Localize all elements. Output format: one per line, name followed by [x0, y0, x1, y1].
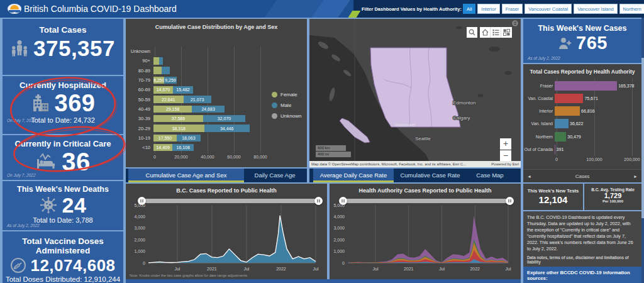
- vaccine-title: Total Vaccine Doses Administered: [3, 236, 123, 255]
- ha-x-tick: 0: [544, 157, 569, 162]
- age-row: <1014,40916,108: [126, 143, 307, 152]
- filter-button-all[interactable]: All: [463, 4, 475, 14]
- ha-bar-chart-plot: 0100,000200,000Fraser165,378Van. Coastal…: [523, 75, 641, 167]
- city-label-calgary: Calgary: [453, 115, 470, 121]
- age-bar-segment: 37,586: [153, 115, 203, 123]
- bar-value-label: 36,622: [570, 121, 583, 126]
- age-category-label: 70-79: [126, 77, 153, 83]
- age-bar-segment: 18,063: [177, 135, 201, 142]
- bar-value-label: 29,158: [166, 107, 179, 111]
- bar-value-label: 24,683: [201, 107, 214, 111]
- age-category-label: 40-49: [126, 106, 153, 112]
- tab-cumulative-case-age-and-sex[interactable]: Cumulative Case Age and Sex: [128, 169, 244, 182]
- vaccine-icon: [10, 257, 26, 274]
- critical-care-panel: Currently in Critical Care 36 On July 7,…: [3, 135, 123, 180]
- age-bar-segment: 34,446: [204, 125, 250, 132]
- ha-bar-chart-title: Total Cases Reported by Health Authority: [523, 69, 641, 75]
- critical-care-date-note: On July 7, 2022: [7, 173, 36, 177]
- tab-daily-case-age[interactable]: Daily Case Age: [244, 169, 306, 182]
- age-category-label: Unknown: [126, 48, 153, 54]
- filter-button-interior[interactable]: Interior: [477, 4, 499, 14]
- ha-category-label: Van. Coastal: [523, 96, 555, 101]
- ha-chart-xlabel: Cases: [531, 174, 633, 179]
- x-tick: Jul: [372, 267, 378, 271]
- y-tick: 1,000: [333, 249, 345, 253]
- scrollbar-thumb[interactable]: [641, 58, 644, 218]
- bc-cases-area-chart: Jul2021Jul2022Jul01,0002,0003,0004,0005,…: [126, 204, 327, 275]
- testing-rate-panel: B.C. Avg. Testing Rate 1,729 Per 100,000: [584, 184, 641, 210]
- powered-by-esri[interactable]: Powered by Esri: [491, 161, 519, 167]
- age-sex-chart-title: Cumulative Case Distribution by Age and …: [126, 24, 307, 30]
- x-tick: 2021: [404, 267, 414, 271]
- age-category-label: 90+: [126, 58, 153, 64]
- legend-item: Female: [272, 89, 301, 100]
- testing-rate-unit: Per 100,000: [584, 199, 641, 203]
- age-sex-chart-panel: Cumulative Case Distribution by Age and …: [126, 19, 307, 167]
- pager-prev-icon[interactable]: ◄: [527, 174, 531, 179]
- y-tick: 0: [143, 261, 145, 265]
- age-bar-segment: [153, 57, 159, 65]
- map-basemap-button[interactable]: [501, 27, 512, 38]
- age-bar-segment: 14,670: [153, 86, 173, 94]
- hospital-bed-icon: [35, 153, 57, 170]
- age-category-label: 30-39: [126, 116, 153, 121]
- tab-cumulative-case-rate[interactable]: Cumulative Case Rate: [394, 169, 467, 182]
- age-row: 20-2938,31834,446: [126, 123, 307, 133]
- slider-track[interactable]: [343, 199, 509, 203]
- age-bar-segment: [162, 67, 169, 74]
- hospitalized-panel: Currently Hospitalized 369 Total to Date…: [3, 76, 123, 134]
- map-panel[interactable]: Edmonton Calgary Seattle Vancouver + − 6…: [309, 19, 521, 167]
- pager-next-icon[interactable]: ►: [633, 174, 638, 179]
- ha-bar: [555, 119, 569, 128]
- age-category-label: 60-69: [126, 87, 153, 92]
- bar-value-label: 38,318: [172, 126, 186, 131]
- ha-row: Van. Island36,622: [523, 118, 641, 130]
- map-search-button[interactable]: [467, 27, 477, 38]
- y-tick: 0: [342, 261, 345, 265]
- filter-button-vancouver-coastal[interactable]: Vancouver Coastal: [525, 4, 572, 14]
- vaccine-distributed: Total Doses Distributed: 12,910,244: [3, 275, 123, 283]
- map-legend-button[interactable]: [491, 27, 501, 38]
- age-bar-segment: 15,482: [173, 86, 194, 94]
- age-bar-segment: 29,158: [153, 106, 192, 113]
- bar-value-label: 16,108: [176, 145, 189, 150]
- filter-button-vancouver-island[interactable]: Vancouver Island: [574, 4, 617, 14]
- x-tick: Jul: [506, 267, 511, 271]
- tab-case-map[interactable]: Case Map: [467, 169, 513, 182]
- y-tick: 4,000: [333, 214, 345, 219]
- map-home-button[interactable]: [480, 27, 491, 38]
- bc-cases-chart-panel: B.C. Cases Reported to Public Health Jul…: [126, 184, 327, 279]
- map-zoom-in-button[interactable]: +: [500, 138, 511, 150]
- slider-track[interactable]: [142, 199, 318, 203]
- ha-row: Northern30,479: [523, 130, 641, 143]
- filter-bar: Filter Dashboard Values by Health Author…: [353, 0, 644, 18]
- bar-value-label: 75,671: [584, 96, 597, 101]
- bar-value-label: 21,073: [191, 97, 204, 102]
- age-x-tick: 80,000: [250, 155, 271, 159]
- new-cases-panel: This Week's New Cases 765 As of July 2, …: [523, 19, 641, 63]
- bar-value-label: 66,816: [581, 109, 594, 113]
- bc-gov-logo: [8, 4, 21, 14]
- legend-swatch: [272, 103, 277, 108]
- ha-row: Van. Coastal75,671: [523, 92, 641, 104]
- filter-button-fraser[interactable]: Fraser: [502, 4, 523, 14]
- scrollbar-track[interactable]: [641, 18, 644, 283]
- ha-row: Interior66,816: [523, 105, 641, 118]
- tab-average-daily-case-rate[interactable]: Average Daily Case Rate: [313, 169, 394, 182]
- data-notes-link[interactable]: Data notes, terms of use, disclaimer and…: [527, 255, 638, 264]
- map-zoom-out-button[interactable]: −: [500, 150, 511, 162]
- ha-cases-chart-title: Health Authority Cases Reported to Publi…: [330, 187, 521, 194]
- age-category-label: 50-59: [126, 97, 153, 103]
- age-bar-segment: 22,641: [153, 96, 184, 103]
- new-cases-title: This Week's New Cases: [523, 24, 641, 33]
- filter-button-northern[interactable]: Northern: [619, 4, 644, 14]
- age-category-label: 20-29: [126, 126, 153, 131]
- age-bar-segment: 16,108: [172, 144, 194, 152]
- ha-category-label: Interior: [523, 109, 555, 113]
- ha-bar: [555, 106, 580, 116]
- age-row: 90+: [126, 56, 307, 65]
- person-plus-icon: [557, 36, 572, 50]
- attribution-text: Map data © OpenStreetMap contributors, M…: [311, 161, 466, 167]
- bar-value-label: 8,250: [153, 78, 164, 82]
- x-tick: 2021: [207, 267, 217, 271]
